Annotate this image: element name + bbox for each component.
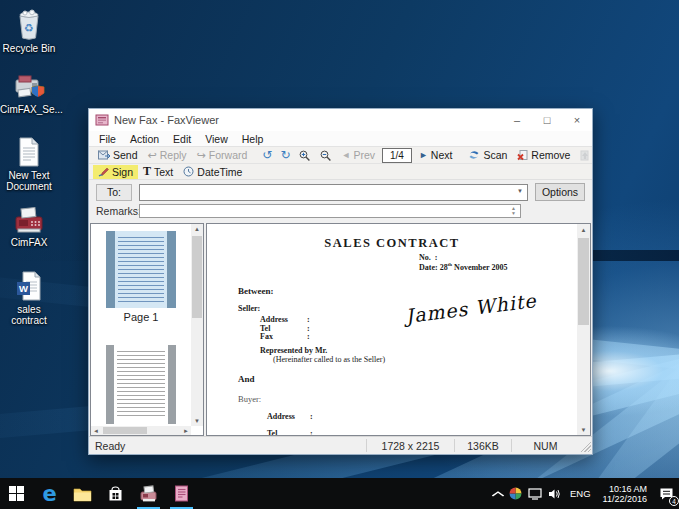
scrollbar-thumb[interactable] [103, 427, 147, 434]
tray-time: 10:16 AM [603, 484, 647, 494]
viewer-content: Page 1 Page 2 ▲ ▼ ◄ ► [89, 222, 592, 436]
tray-clock[interactable]: 10:16 AM 11/22/2016 [597, 484, 653, 504]
thumbnail-horizontal-scrollbar[interactable]: ◄ ► [91, 426, 191, 435]
prev-arrow-icon: ◄ [341, 150, 350, 160]
page-indicator[interactable]: 1/4 [382, 148, 412, 163]
options-button[interactable]: Options [535, 183, 585, 201]
maximize-button[interactable]: □ [532, 109, 562, 131]
tray-action-center[interactable]: 4 [653, 478, 679, 509]
scroll-down-icon[interactable]: ▼ [191, 416, 203, 426]
thumbnail-vertical-scrollbar[interactable]: ▲ ▼ [191, 224, 203, 426]
move-up-button[interactable]: Move Up [575, 148, 592, 162]
remove-button[interactable]: Remove [512, 148, 575, 162]
scroll-right-icon[interactable]: ► [181, 428, 191, 434]
text-tool-button[interactable]: T Text [138, 165, 178, 179]
thumbnail-page-2[interactable]: Page 2 [106, 345, 176, 426]
sign-button[interactable]: Sign [93, 165, 138, 179]
thumbnail-panel: Page 1 Page 2 ▲ ▼ ◄ ► [90, 223, 204, 436]
spinner-down-icon: ▼ [511, 211, 516, 216]
svg-text:♻: ♻ [24, 22, 34, 35]
scroll-down-icon[interactable]: ▼ [577, 424, 590, 435]
send-button[interactable]: Send [93, 148, 143, 162]
taskbar-store[interactable] [99, 478, 132, 509]
thumbnail-page-1[interactable]: Page 1 [106, 231, 176, 323]
next-page-button[interactable]: ► Next [414, 148, 458, 162]
menu-edit[interactable]: Edit [166, 133, 198, 145]
seller-label: Seller: [238, 304, 260, 313]
desktop-icon-sales-contract[interactable]: W sales contract [0, 268, 58, 326]
zoom-out-button[interactable] [315, 149, 336, 162]
status-dimensions: 1728 x 2215 [366, 439, 454, 452]
word-doc-icon: W [0, 268, 58, 302]
document-vertical-scrollbar[interactable]: ▲ ▼ [577, 224, 590, 435]
recipient-combobox[interactable]: ▼ [139, 184, 528, 201]
menu-action[interactable]: Action [123, 133, 166, 145]
desktop-icon-cimfax[interactable]: CimFAX [0, 201, 58, 248]
scroll-up-icon[interactable]: ▲ [577, 224, 590, 235]
desktop-icon-recycle-bin[interactable]: ♻ Recycle Bin [0, 7, 58, 54]
forward-button[interactable]: ↪ Forward [192, 148, 253, 162]
contract-no-line: No. : [419, 253, 437, 262]
system-tray: ENG 10:16 AM 11/22/2016 4 [490, 478, 679, 509]
zoom-out-icon [320, 150, 331, 161]
fax-page[interactable]: SALES CONTRACT No. : Date: 28th November… [207, 224, 577, 435]
tray-show-hidden-icons[interactable] [487, 478, 509, 509]
menu-help[interactable]: Help [235, 133, 271, 145]
datetime-button[interactable]: DateTime [178, 165, 247, 179]
buyer-tel-row: Tel: [267, 429, 313, 436]
rotate-right-button[interactable]: ↻ [276, 148, 294, 162]
tray-network[interactable] [525, 478, 545, 509]
desktop-icon-label: New Text Document [0, 170, 58, 192]
sign-icon [98, 167, 109, 177]
store-bag-icon [107, 485, 124, 502]
annotate-toolbar: Sign T Text DateTime [89, 163, 592, 179]
taskbar-file-explorer[interactable] [66, 478, 99, 509]
menu-view[interactable]: View [198, 133, 235, 145]
resize-grip[interactable] [579, 440, 591, 452]
thumbnail-label: Page 1 [106, 311, 176, 323]
scan-icon [468, 150, 480, 160]
tray-language[interactable]: ENG [564, 478, 597, 509]
zoom-in-button[interactable] [294, 149, 315, 162]
desktop-icon-cimfax-setup[interactable]: CimFAX_Se... [0, 68, 58, 115]
and-label: And [238, 374, 255, 384]
scan-button[interactable]: Scan [463, 148, 512, 162]
desktop-icon-label: CimFAX [0, 237, 58, 248]
page-1-preview [106, 231, 176, 308]
text-file-icon [0, 134, 58, 168]
fax-machine-icon [139, 485, 158, 502]
move-up-icon [580, 150, 590, 161]
taskbar-edge-browser[interactable]: e [33, 478, 66, 509]
thumbnail-list: Page 1 Page 2 [91, 224, 191, 426]
start-button[interactable] [0, 478, 33, 509]
scroll-up-icon[interactable]: ▲ [191, 224, 203, 234]
prev-page-button[interactable]: ◄ Prev [336, 148, 380, 162]
rotate-left-button[interactable]: ↺ [258, 148, 276, 162]
minimize-button[interactable]: – [502, 109, 532, 131]
scrollbar-thumb[interactable] [192, 236, 202, 318]
rotate-right-icon: ↻ [280, 149, 290, 161]
status-numlock: NUM [511, 439, 579, 452]
reply-icon: ↩ [148, 150, 157, 160]
tray-volume[interactable] [545, 478, 564, 509]
handwritten-signature[interactable]: James White [404, 287, 556, 327]
to-button[interactable]: To: [96, 184, 132, 201]
edge-icon: e [42, 484, 56, 504]
menu-file[interactable]: File [92, 133, 123, 145]
send-icon [98, 150, 110, 160]
scroll-left-icon[interactable]: ◄ [91, 428, 101, 434]
taskbar-cimfax[interactable] [132, 478, 165, 509]
reply-button[interactable]: ↩ Reply [143, 148, 192, 162]
taskbar-faxviewer[interactable] [165, 478, 198, 509]
remove-icon [517, 150, 528, 161]
remarks-input[interactable]: ▲ ▼ [139, 204, 521, 218]
spinner-icons[interactable]: ▲ ▼ [508, 205, 519, 217]
fax-document-icon [174, 485, 189, 502]
desktop-icon-new-text-document[interactable]: New Text Document [0, 134, 58, 192]
close-button[interactable]: × [562, 109, 592, 131]
window-titlebar[interactable]: New Fax - FaxViewer – □ × [89, 109, 592, 131]
next-arrow-icon: ► [419, 150, 428, 160]
desktop-icon-label: CimFAX_Se... [0, 104, 58, 115]
contract-title: SALES CONTRACT [207, 236, 577, 251]
scrollbar-thumb[interactable] [578, 238, 589, 325]
